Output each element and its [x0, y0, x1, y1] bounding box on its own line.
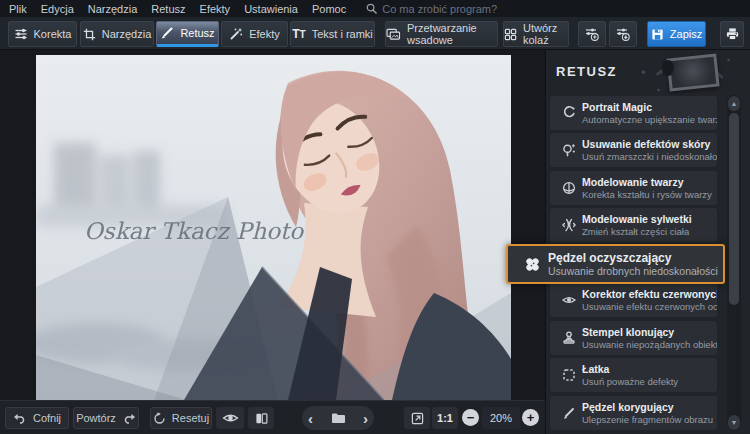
tab-retusz-label: Retusz: [180, 27, 214, 39]
clone-stamp-icon: [555, 330, 582, 346]
sidebar-item-portrait-magic[interactable]: Portrait MagicAutomatyczne upiększanie t…: [550, 96, 717, 130]
tab-tekst-label: Tekst i ramki: [312, 28, 373, 40]
body-sculpt-icon: [555, 217, 582, 233]
search-input[interactable]: [382, 3, 532, 15]
collage-label: Utwórz kolaż: [523, 22, 568, 46]
fit-screen-icon: [411, 412, 424, 425]
item-title: Pędzel korygujący: [582, 401, 713, 414]
save-floppy-icon: [651, 28, 664, 41]
item-subtitle: Ulepszenie fragmentów obrazu: [582, 414, 713, 425]
adjust-brush-icon: [555, 405, 582, 421]
print-button[interactable]: [720, 21, 744, 47]
tab-efekty[interactable]: Efekty: [221, 21, 288, 47]
next-image-icon[interactable]: ›: [363, 411, 368, 426]
item-title: Modelowanie sylwetki: [582, 213, 692, 226]
item-title: Modelowanie twarzy: [582, 176, 712, 189]
menu-efekty[interactable]: Efekty: [200, 3, 231, 15]
brush-icon: [160, 26, 174, 40]
menu-narzedzia[interactable]: Narzędzia: [88, 3, 138, 15]
crop-icon: [83, 28, 96, 41]
undo-icon: [13, 412, 27, 424]
zoom-out-button[interactable]: −: [462, 409, 479, 426]
item-subtitle: Zmień kształt części ciała: [582, 226, 692, 237]
file-nav-group: ‹ ›: [302, 406, 374, 430]
redo-label: Powtórz: [76, 412, 116, 424]
sidebar-deco-graphic: ✦ ✦ ✦: [642, 52, 734, 96]
sidebar-item-patch[interactable]: ŁatkaUsuń poważne defekty: [550, 358, 717, 392]
eye-icon: [222, 412, 239, 424]
show-original-button[interactable]: [216, 407, 244, 429]
item-title: Portrait Magic: [582, 101, 717, 114]
redo-button[interactable]: Powtórz: [73, 407, 139, 429]
reset-button[interactable]: Resetuj: [150, 407, 212, 429]
search-icon: [366, 3, 377, 14]
tab-efekty-label: Efekty: [249, 28, 280, 40]
face-sculpt-icon: [555, 180, 582, 196]
text-icon: TT: [292, 27, 305, 41]
sidebar-item-adjust-brush[interactable]: Pędzel korygującyUlepszenie fragmentów o…: [550, 396, 717, 430]
menu-retusz[interactable]: Retusz: [151, 3, 185, 15]
item-subtitle: Usuwanie drobnych niedoskonałości: [548, 266, 718, 277]
zoom-level-value: 20%: [490, 412, 512, 424]
bottom-bar: Cofnij Powtórz Resetuj ‹ › 1:1 − 20% +: [0, 400, 545, 434]
batch-images-icon: [386, 28, 401, 41]
photo-canvas[interactable]: Oskar Tkacz Photo: [36, 55, 511, 400]
before-after-icon: [255, 412, 268, 425]
menu-edycja[interactable]: Edycja: [41, 3, 74, 15]
item-title: Pędzel oczyszczający: [548, 251, 718, 266]
menu-ustawienia[interactable]: Ustawienia: [244, 3, 298, 15]
create-collage-button[interactable]: Utwórz kolaż: [503, 21, 569, 47]
magic-wand-icon: [229, 27, 243, 41]
portrait-magic-icon: [555, 105, 582, 121]
collage-grid-icon: [504, 28, 517, 41]
menu-plik[interactable]: Plik: [9, 3, 27, 15]
reset-icon: [153, 412, 166, 425]
fit-screen-button[interactable]: [404, 407, 430, 429]
before-after-button[interactable]: [248, 407, 274, 429]
patch-icon: [555, 367, 582, 383]
skin-defects-icon: [555, 142, 582, 158]
tab-retusz[interactable]: Retusz: [156, 21, 219, 47]
prev-image-icon[interactable]: ‹: [308, 411, 313, 426]
actual-size-button[interactable]: 1:1: [432, 407, 458, 429]
folder-icon[interactable]: [331, 412, 346, 424]
sidebar-item-face-sculpt[interactable]: Modelowanie twarzyKorekta kształtu i rys…: [550, 171, 717, 205]
add-preset-button[interactable]: [578, 21, 606, 47]
sidebar-scrollbar[interactable]: ▲ ▼: [727, 95, 741, 431]
item-subtitle: Automatyczne upiększanie twarzy: [582, 114, 717, 125]
scroll-down-icon[interactable]: ▼: [728, 415, 740, 430]
undo-label: Cofnij: [33, 412, 61, 424]
red-eye-icon: [555, 292, 582, 308]
tab-narzedzia[interactable]: Narzędzia: [80, 21, 154, 47]
scrollbar-thumb[interactable]: [729, 113, 739, 305]
main-toolbar: Korekta Narzędzia Retusz Efekty TT Tekst…: [0, 17, 750, 50]
batch-processing-button[interactable]: Przetwarzanie wsadowe: [385, 21, 498, 47]
editor-canvas-area: Oskar Tkacz Photo: [0, 50, 545, 400]
tab-tekst-i-ramki[interactable]: TT Tekst i ramki: [290, 21, 375, 47]
sidebar-item-clone-stamp[interactable]: Stempel klonującyUsuwanie niepożądanych …: [550, 321, 717, 355]
save-button[interactable]: Zapisz: [647, 21, 706, 47]
item-title: Korektor efektu czerwonych oczu: [582, 288, 717, 301]
menu-pomoc[interactable]: Pomoc: [312, 3, 346, 15]
item-title: Usuwanie defektów skóry: [582, 138, 717, 151]
scroll-up-icon[interactable]: ▲: [728, 96, 740, 111]
sidebar-title: RETUSZ: [556, 64, 617, 79]
zoom-in-button[interactable]: +: [522, 409, 539, 426]
zoom-level: 20%: [482, 407, 520, 429]
item-subtitle: Usuwanie niepożądanych obiektów: [582, 339, 717, 350]
export-preset-button[interactable]: [609, 21, 637, 47]
sidebar-item-red-eye[interactable]: Korektor efektu czerwonych oczuUsuwanie …: [550, 283, 717, 317]
item-subtitle: Usuń poważne defekty: [582, 376, 678, 387]
undo-button[interactable]: Cofnij: [5, 407, 69, 429]
item-subtitle: Usuń zmarszczki i niedoskonałości skóry: [582, 151, 717, 162]
tab-korekta[interactable]: Korekta: [8, 21, 77, 47]
item-title: Stempel klonujący: [582, 326, 717, 339]
sidebar-item-skin-defects[interactable]: Usuwanie defektów skóryUsuń zmarszczki i…: [550, 133, 717, 167]
retouch-sidebar: RETUSZ ✦ ✦ ✦ Portrait MagicAutomatyczne …: [545, 50, 750, 434]
sliders-icon: [14, 27, 28, 41]
add-preset-icon: [584, 26, 600, 42]
healing-brush-icon: [516, 255, 548, 274]
sidebar-item-healing-brush[interactable]: Pędzel oczyszczającyUsuwanie drobnych ni…: [506, 244, 725, 284]
item-subtitle: Korekta kształtu i rysów twarzy: [582, 189, 712, 200]
sidebar-item-body-sculpt[interactable]: Modelowanie sylwetkiZmień kształt części…: [550, 208, 717, 242]
